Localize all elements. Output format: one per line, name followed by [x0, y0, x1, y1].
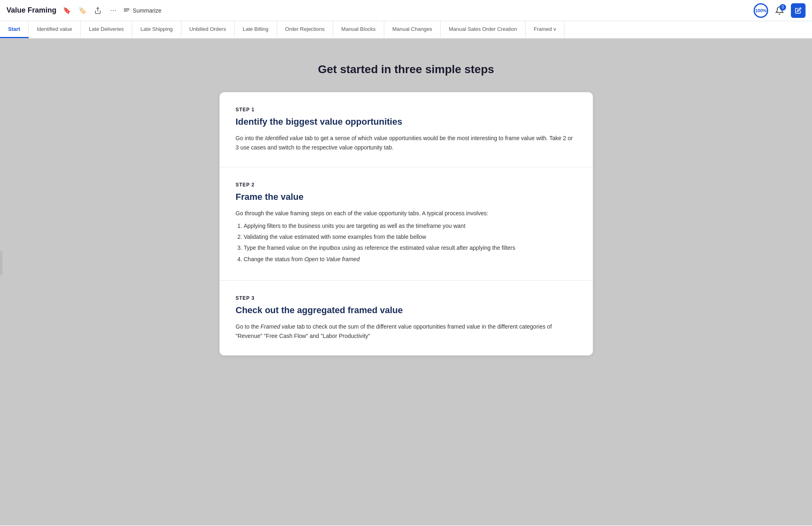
- left-edge-handle: [0, 251, 2, 275]
- step-1-label: STEP 1: [236, 107, 577, 113]
- step-3-heading: Check out the aggregated framed value: [236, 305, 577, 316]
- top-bar-icons: 🔖 🏷️ ⋯ Summarize: [61, 5, 162, 16]
- step-1-body-plain: Go into the: [236, 135, 265, 141]
- share-icon[interactable]: [92, 5, 103, 16]
- app-title: Value Framing: [6, 6, 56, 15]
- step-3-card: STEP 3 Check out the aggregated framed v…: [220, 281, 593, 355]
- tag-icon[interactable]: 🏷️: [77, 5, 88, 16]
- tab-late-deliveries[interactable]: Late Deliveries: [81, 21, 132, 38]
- tab-order-rejections[interactable]: Order Rejections: [277, 21, 334, 38]
- steps-container: STEP 1 Identify the biggest value opport…: [220, 92, 593, 355]
- tab-late-shipping[interactable]: Late Shipping: [132, 21, 181, 38]
- tab-start[interactable]: Start: [0, 21, 29, 38]
- list-item-4: Change the status from Open to Value fra…: [244, 255, 577, 264]
- edit-button[interactable]: [791, 3, 806, 18]
- step-1-heading: Identify the biggest value opportunities: [236, 117, 577, 127]
- step-1-body-italic: Identified value: [265, 135, 303, 141]
- step-3-body: Go to the Framed value tab to check out …: [236, 322, 577, 341]
- tab-identified-value[interactable]: Identified value: [29, 21, 81, 38]
- list-item-2: Validating the value estimated with some…: [244, 232, 577, 242]
- step-3-label: STEP 3: [236, 295, 577, 301]
- page-title: Get started in three simple steps: [318, 63, 494, 76]
- top-bar-left: Value Framing 🔖 🏷️ ⋯ Summarize: [6, 5, 162, 16]
- main-content: Get started in three simple steps STEP 1…: [0, 39, 812, 525]
- step-2-card: STEP 2 Frame the value Go through the va…: [220, 167, 593, 280]
- top-bar: Value Framing 🔖 🏷️ ⋯ Summarize: [0, 0, 812, 21]
- step-1-body: Go into the Identified value tab to get …: [236, 134, 577, 152]
- step-2-intro: Go through the value framing steps on ea…: [236, 210, 489, 216]
- summarize-button[interactable]: Summarize: [123, 7, 162, 14]
- more-icon[interactable]: ⋯: [108, 5, 119, 16]
- tab-manual-changes[interactable]: Manual Changes: [384, 21, 441, 38]
- step-2-list: Applying filters to the business units y…: [244, 221, 577, 264]
- step-3-body-plain: Go to the: [236, 323, 261, 330]
- step-3-body-italic: Framed value: [261, 323, 295, 330]
- step-2-body: Go through the value framing steps on ea…: [236, 209, 577, 264]
- tab-late-billing[interactable]: Late Billing: [235, 21, 277, 38]
- list-item-4-open: Open: [304, 256, 318, 262]
- step-1-card: STEP 1 Identify the biggest value opport…: [220, 92, 593, 167]
- notification-badge: 0: [780, 4, 786, 11]
- tab-manual-blocks[interactable]: Manual Blocks: [333, 21, 384, 38]
- list-item-3: Type the framed value on the inputbox us…: [244, 243, 577, 253]
- progress-circle: 100%: [754, 3, 768, 18]
- top-bar-right: 100% 0: [754, 3, 806, 18]
- bookmark-icon[interactable]: 🔖: [61, 5, 73, 16]
- step-2-label: STEP 2: [236, 182, 577, 188]
- tab-unbilled-orders[interactable]: Unbilled Orders: [181, 21, 235, 38]
- notifications-button[interactable]: 0: [772, 3, 787, 18]
- tab-manual-sales-order-creation[interactable]: Manual Sales Order Creation: [441, 21, 526, 38]
- list-item-4-framed: Value framed: [326, 256, 360, 262]
- tab-bar: Start Identified value Late Deliveries L…: [0, 21, 812, 39]
- step-2-heading: Frame the value: [236, 192, 577, 202]
- list-item-1: Applying filters to the business units y…: [244, 221, 577, 231]
- tab-framed-v[interactable]: Framed v: [526, 21, 564, 38]
